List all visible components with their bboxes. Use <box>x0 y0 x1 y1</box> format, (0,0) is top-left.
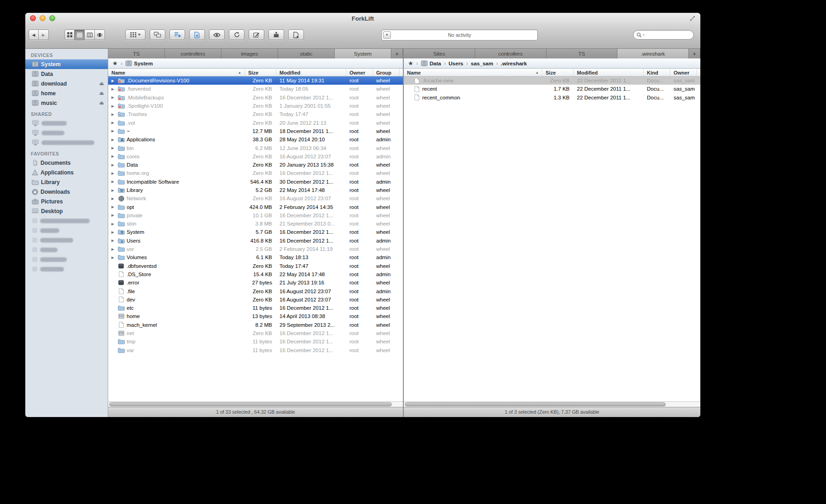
file-row[interactable]: .fccache-newZero KB22 December 2011 1...… <box>404 76 700 85</box>
disclosure-triangle-icon[interactable]: ▶ <box>111 146 116 150</box>
file-row[interactable]: ▶.DocumentRevisions-V100Zero KB11 May 20… <box>108 76 403 85</box>
file-row[interactable]: ▶Users416.8 KB16 December 2012 1...roota… <box>108 237 403 245</box>
file-row[interactable]: .fileZero KB16 August 2012 23:07rootadmi… <box>108 287 403 295</box>
favorites-star-icon[interactable]: ★ <box>112 60 118 67</box>
tab-controllers[interactable]: controllers <box>475 49 547 58</box>
column-header-owner[interactable]: Owner <box>346 69 372 76</box>
sidebar-item-home[interactable]: home⏏ <box>25 88 108 98</box>
file-row[interactable]: ▶.volZero KB20 June 2012 21:13rootwheel <box>108 118 403 127</box>
column-header-size[interactable]: Size <box>244 69 276 76</box>
sidebar-item-redacted[interactable] <box>25 138 108 147</box>
sync-browsing-button[interactable] <box>150 29 165 40</box>
file-row[interactable]: devZero KB16 August 2012 23:07rootwheel <box>108 295 403 304</box>
sidebar-item-redacted[interactable] <box>25 226 108 235</box>
disclosure-triangle-icon[interactable]: ▶ <box>111 79 116 83</box>
sidebar-item-library[interactable]: Library <box>25 177 108 187</box>
file-row[interactable]: ▶Volumes6.1 KBToday 18:13rootadmin <box>108 253 403 261</box>
sidebar-item-data[interactable]: Data <box>25 69 108 79</box>
disclosure-triangle-icon[interactable]: ▶ <box>111 163 116 167</box>
file-row[interactable]: ▶opt424.0 MB2 February 2014 14:35rootwhe… <box>108 203 403 211</box>
disclosure-triangle-icon[interactable]: ▶ <box>111 129 116 133</box>
sidebar-item-music[interactable]: music⏏ <box>25 98 108 108</box>
column-view-button[interactable] <box>85 29 95 40</box>
file-row[interactable]: ▶sbin3.8 MB21 September 2013 0...rootwhe… <box>108 220 403 228</box>
disclosure-triangle-icon[interactable]: ▶ <box>111 121 116 125</box>
breadcrumb[interactable]: sas_sam <box>471 61 494 66</box>
file-row[interactable]: ▶home.orgZero KB16 December 2012 1...roo… <box>108 169 403 177</box>
icon-view-button[interactable] <box>64 29 75 40</box>
tab-controllers[interactable]: controllers <box>165 49 221 58</box>
file-row[interactable]: .error27 bytes21 July 2013 19:16rootwhee… <box>108 278 403 287</box>
disclosure-triangle-icon[interactable]: ▶ <box>111 255 116 260</box>
tab-images[interactable]: images <box>221 49 278 58</box>
disclosure-triangle-icon[interactable]: ▶ <box>111 222 116 226</box>
file-row[interactable]: ▶.Spotlight-V100Zero KB1 January 2001 01… <box>108 102 403 110</box>
column-header-size[interactable]: Size <box>542 69 573 76</box>
copy-button[interactable] <box>189 29 205 40</box>
disclosure-triangle-icon[interactable]: ▶ <box>111 171 116 175</box>
sidebar-item-redacted[interactable] <box>25 235 108 245</box>
activity-dropdown-button[interactable]: ▼ <box>383 31 391 39</box>
tab-ts[interactable]: TS <box>108 49 165 58</box>
sidebar-item-pictures[interactable]: Pictures <box>25 197 108 206</box>
coverflow-view-button[interactable] <box>95 29 105 40</box>
breadcrumb[interactable]: Users <box>448 61 463 66</box>
file-row[interactable]: mach_kernel8.2 MB29 September 2013 2...r… <box>108 321 403 329</box>
disclosure-triangle-icon[interactable]: ▶ <box>111 230 116 234</box>
breadcrumb[interactable]: System <box>125 60 153 66</box>
disclosure-triangle-icon[interactable]: ▶ <box>111 112 116 116</box>
file-row[interactable]: .dbfseventsdZero KBToday 17:47rootwheel <box>108 262 403 270</box>
disclosure-triangle-icon[interactable]: ▶ <box>111 154 116 158</box>
view-options-button[interactable] <box>125 29 145 40</box>
disclosure-triangle-icon[interactable]: ▶ <box>111 180 116 184</box>
eject-icon[interactable]: ⏏ <box>99 100 104 106</box>
disclosure-triangle-icon[interactable]: ▶ <box>111 188 116 192</box>
back-button[interactable]: ◀ <box>29 29 39 40</box>
file-row[interactable]: ▶NetworkZero KB16 August 2012 23:07rootw… <box>108 194 403 203</box>
left-horizontal-scrollbar[interactable] <box>108 401 403 407</box>
file-row[interactable]: ▶.MobileBackupsZero KB16 December 2012 1… <box>108 93 403 102</box>
file-row[interactable]: recent_common1.3 KB22 December 2011 1...… <box>404 93 700 102</box>
file-row[interactable]: ▶XSystem5.7 GB16 December 2012 1...rootw… <box>108 228 403 236</box>
fullscreen-icon[interactable] <box>689 15 696 22</box>
close-button[interactable] <box>30 15 36 21</box>
sidebar-item-redacted[interactable] <box>25 216 108 226</box>
file-row[interactable]: netZero KB16 December 2012 1...rootwheel <box>108 329 403 337</box>
zoom-button[interactable] <box>49 15 55 21</box>
file-row[interactable]: ▶Library5.2 GB22 May 2014 17:48rootwheel <box>108 186 403 194</box>
file-row[interactable]: home13 bytes14 April 2013 08:38rootwheel <box>108 312 403 320</box>
file-row[interactable]: ▶DataZero KB20 January 2013 15:38rootwhe… <box>108 161 403 169</box>
edit-button[interactable] <box>249 29 264 40</box>
file-row[interactable]: var11 bytes16 December 2012 1...rootwhee… <box>108 346 403 354</box>
title-bar[interactable]: ForkLift <box>25 13 700 24</box>
sidebar-item-downloads[interactable]: Downloads <box>25 187 108 197</box>
eject-icon[interactable]: ⏏ <box>99 90 104 96</box>
disclosure-triangle-icon[interactable]: ▶ <box>111 87 116 91</box>
new-file-button[interactable] <box>288 29 304 40</box>
file-row[interactable]: .DS_Store15.4 KB22 May 2014 17:48rootadm… <box>108 270 403 278</box>
disclosure-triangle-icon[interactable]: ▶ <box>111 197 116 201</box>
add-favorite-button[interactable] <box>169 29 185 40</box>
breadcrumb[interactable]: .wireshark <box>501 61 527 66</box>
file-row[interactable]: ▶private10.1 GB16 December 2012 1...root… <box>108 211 403 220</box>
list-view-button[interactable] <box>75 29 85 40</box>
column-header-kind[interactable]: Kind <box>643 69 670 76</box>
sidebar-item-redacted[interactable] <box>25 128 108 138</box>
sidebar-item-desktop[interactable]: Desktop <box>25 206 108 216</box>
search-input[interactable] <box>645 32 686 38</box>
disclosure-triangle-icon[interactable]: ▶ <box>111 213 116 217</box>
quick-look-button[interactable] <box>209 29 225 40</box>
disclosure-triangle-icon[interactable]: ▶ <box>111 247 116 251</box>
disclosure-triangle-icon[interactable]: ▶ <box>111 104 116 108</box>
file-row[interactable]: ▶usr2.5 GB2 February 2014 11:19rootwheel <box>108 245 403 253</box>
sidebar-item-redacted[interactable] <box>25 264 108 274</box>
archive-button[interactable] <box>268 29 284 40</box>
add-tab-button[interactable]: + <box>391 49 403 58</box>
disclosure-triangle-icon[interactable]: ▶ <box>111 238 116 243</box>
sidebar-item-applications[interactable]: Applications <box>25 168 108 177</box>
file-row[interactable]: ▶coresZero KB16 August 2012 23:07rootadm… <box>108 152 403 161</box>
disclosure-triangle-icon[interactable]: ▶ <box>111 95 116 99</box>
file-row[interactable]: tmp11 bytes16 December 2012 1...rootwhee… <box>108 337 403 346</box>
minimize-button[interactable] <box>40 15 46 21</box>
file-row[interactable]: ▶Incompatible Software546.4 KB30 Decembe… <box>108 178 403 186</box>
